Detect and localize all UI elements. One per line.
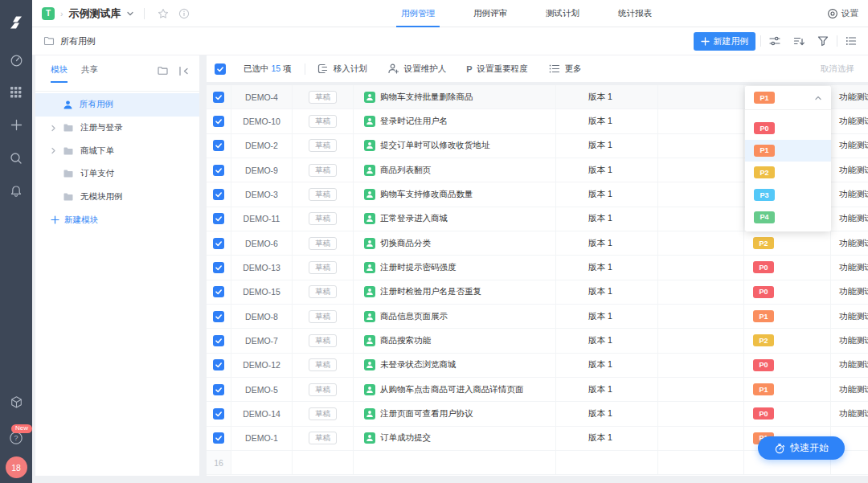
settings-button[interactable]: 设置 <box>827 0 858 27</box>
priority-option-p4[interactable]: P4 <box>745 206 831 228</box>
priority-badge[interactable]: P2 <box>753 237 774 249</box>
case-title[interactable]: 从购物车点击商品可进入商品详情页面 <box>380 384 524 395</box>
chevron-right-icon[interactable] <box>50 125 63 132</box>
case-type-icon <box>364 165 375 176</box>
tree-item[interactable]: 注册与登录 <box>35 117 199 140</box>
case-version: 版本 1 <box>588 335 612 346</box>
panel-tab-shared[interactable]: 共享 <box>81 64 98 83</box>
row-checkbox[interactable] <box>213 213 224 224</box>
info-icon[interactable] <box>178 8 190 19</box>
row-checkbox[interactable] <box>213 92 224 103</box>
priority-select-cell[interactable]: P1 <box>745 86 831 110</box>
case-title[interactable]: 注册时检验用户名是否重复 <box>380 286 481 297</box>
priority-option-p2[interactable]: P2 <box>745 162 831 184</box>
tab-test-plan[interactable]: 测试计划 <box>541 0 584 27</box>
case-version: 版本 1 <box>588 286 612 297</box>
view-list-icon[interactable] <box>842 31 860 51</box>
priority-badge[interactable]: P1 <box>753 310 774 322</box>
row-checkbox[interactable] <box>213 359 224 370</box>
rail-avatar[interactable]: 18 <box>0 456 32 478</box>
chevron-down-icon[interactable] <box>126 10 134 18</box>
quick-start-button[interactable]: 快速开始 <box>758 436 845 460</box>
rail-plus-icon[interactable] <box>0 119 32 131</box>
module-panel-header: 模块共享 <box>35 55 199 92</box>
toolbar-action-move-to-plan[interactable]: 移入计划 <box>317 63 367 75</box>
case-title[interactable]: 切换商品分类 <box>380 238 431 249</box>
tree-item-label: 所有用例 <box>80 99 113 110</box>
case-type: 功能测试 <box>839 335 868 346</box>
priority-badge[interactable]: P0 <box>753 261 774 273</box>
case-title[interactable]: 注册时提示密码强度 <box>380 262 457 273</box>
row-checkbox[interactable] <box>213 384 224 395</box>
table-row: DEMO-13草稿注册时提示密码强度版本 1P0功能测试 <box>207 256 868 280</box>
tab-report[interactable]: 统计报表 <box>613 0 657 27</box>
priority-option-p0[interactable]: P0 <box>745 117 831 140</box>
project-badge[interactable]: T <box>42 7 55 20</box>
tree-item[interactable]: 所有用例 <box>35 93 199 117</box>
row-checkbox[interactable] <box>213 189 224 200</box>
row-checkbox[interactable] <box>213 311 224 322</box>
rail-search-icon[interactable] <box>0 152 32 165</box>
filter-icon[interactable] <box>814 31 832 51</box>
priority-option-p1[interactable]: P1 <box>745 140 831 162</box>
collapse-panel-icon[interactable] <box>178 65 190 77</box>
row-checkbox[interactable] <box>213 116 224 127</box>
case-title[interactable]: 购物车支持批量删除商品 <box>380 92 473 103</box>
toolbar-action-set-priority[interactable]: P设置重要程度 <box>466 63 527 75</box>
rail-bell-icon[interactable] <box>0 185 32 198</box>
case-title[interactable]: 提交订单时可以修改收货地址 <box>380 140 490 151</box>
select-all-checkbox[interactable] <box>215 63 226 75</box>
status-badge: 草稿 <box>309 432 337 444</box>
row-checkbox[interactable] <box>213 408 224 420</box>
tab-case-manage[interactable]: 用例管理 <box>396 0 440 27</box>
cancel-selection-button[interactable]: 取消选择 <box>821 63 854 75</box>
case-type-icon <box>364 286 375 297</box>
priority-badge[interactable]: P0 <box>753 359 774 371</box>
priority-badge[interactable]: P0 <box>753 407 774 420</box>
rail-gauge-icon[interactable] <box>0 54 32 68</box>
toolbar-action-more[interactable]: 更多 <box>548 63 582 75</box>
adjust-columns-icon[interactable] <box>766 31 784 51</box>
avatar[interactable]: 18 <box>6 456 27 478</box>
new-case-button[interactable]: 新建用例 <box>694 32 755 51</box>
project-name[interactable]: 示例测试库 <box>69 6 121 21</box>
tree-item[interactable]: 订单支付 <box>35 162 199 186</box>
case-type: 功能测试 <box>839 262 868 273</box>
tree-item[interactable]: 商城下单 <box>35 139 199 162</box>
case-title[interactable]: 商品搜索功能 <box>380 335 431 346</box>
case-title[interactable]: 未登录状态浏览商城 <box>380 359 457 370</box>
status-badge: 草稿 <box>309 358 337 371</box>
rail-apps-grid-icon[interactable] <box>0 87 32 99</box>
row-checkbox[interactable] <box>213 286 224 297</box>
tab-case-review[interactable]: 用例评审 <box>469 0 512 27</box>
case-title[interactable]: 购物车支持修改商品数量 <box>380 189 473 200</box>
priority-badge[interactable]: P0 <box>753 286 774 298</box>
row-checkbox[interactable] <box>213 432 224 444</box>
folder-switch-icon[interactable] <box>157 65 169 77</box>
case-title[interactable]: 注册页面可查看用户协议 <box>380 408 473 420</box>
case-title[interactable]: 商品列表翻页 <box>380 165 431 176</box>
case-title[interactable]: 正常登录进入商城 <box>380 213 448 224</box>
case-type-icon <box>364 311 375 322</box>
chevron-right-icon[interactable] <box>50 147 63 154</box>
row-checkbox[interactable] <box>213 262 224 273</box>
sort-icon[interactable] <box>790 31 808 51</box>
row-checkbox[interactable] <box>213 335 224 346</box>
priority-badge[interactable]: P2 <box>753 334 774 346</box>
row-checkbox[interactable] <box>213 238 224 249</box>
rail-help-icon[interactable]: ?New <box>0 431 32 445</box>
panel-tab-modules[interactable]: 模块 <box>51 64 68 83</box>
priority-badge[interactable]: P1 <box>753 383 774 395</box>
case-id: DEMO-11 <box>244 214 280 223</box>
toolbar-action-set-maintainer[interactable]: 设置维护人 <box>387 63 447 75</box>
row-checkbox[interactable] <box>213 140 224 151</box>
new-module-button[interactable]: 新建模块 <box>35 208 199 231</box>
star-icon[interactable] <box>158 8 169 19</box>
row-checkbox[interactable] <box>213 165 224 176</box>
priority-option-p3[interactable]: P3 <box>745 184 831 207</box>
tree-item[interactable]: 无模块用例 <box>35 186 199 209</box>
case-title[interactable]: 订单成功提交 <box>380 432 431 444</box>
case-title[interactable]: 商品信息页面展示 <box>380 311 448 322</box>
rail-cube-icon[interactable] <box>0 395 32 409</box>
case-title[interactable]: 登录时记住用户名 <box>380 116 448 127</box>
